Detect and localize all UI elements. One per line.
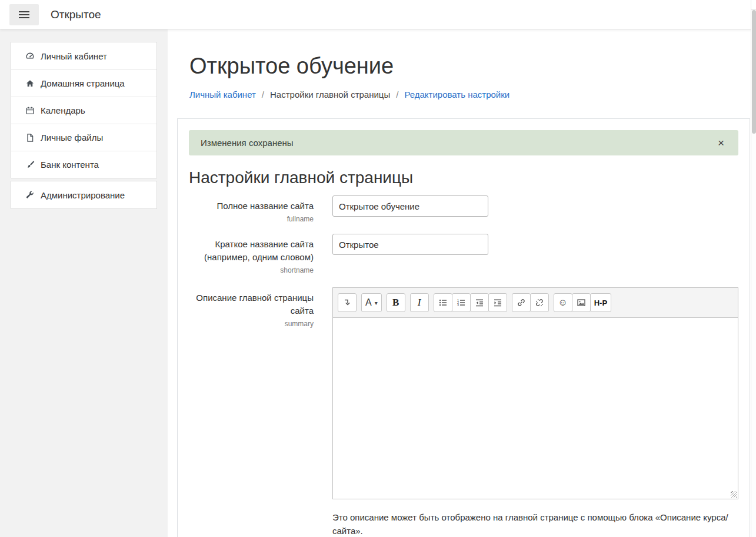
sidebar-item-home[interactable]: Домашняя страница [11,69,156,97]
breadcrumb: Личный кабинет / Настройки главной стран… [189,90,756,100]
summary-help-text: Это описание может быть отображено на гл… [332,511,738,537]
sidebar-item-label: Календарь [41,105,85,115]
nav-group-admin: Администрирование [11,181,157,209]
fullname-row: Полное название сайта fullname [189,195,738,224]
unordered-list-icon [438,298,448,307]
file-icon [25,133,35,142]
page-title: Открытое обучение [189,53,756,79]
breadcrumb-dashboard-link[interactable]: Личный кабинет [189,90,256,100]
outdent-icon [475,298,484,307]
toolbar-outdent-button[interactable] [470,293,489,312]
success-alert: Изменения сохранены × [189,130,738,155]
sidebar-item-content-bank[interactable]: Банк контента [11,151,156,178]
toolbar-indent-button[interactable] [488,293,507,312]
chevron-down-icon: ▾ [375,300,378,306]
top-navbar: Открытое [0,0,756,29]
summary-row: Описание главной страницы сайта summary [189,287,738,537]
toolbar-unlink-button[interactable] [530,293,549,312]
font-icon: A [365,297,372,308]
calendar-icon [25,106,35,115]
shortname-row: Краткое название сайта (например, одним … [189,234,738,276]
toolbar-font-button[interactable]: A ▾ [361,293,382,312]
breadcrumb-separator: / [396,90,398,100]
toolbar-emoticon-button[interactable]: ☺ [554,293,572,312]
fullname-label: Полное название сайта fullname [189,195,314,224]
toolbar-h5p-button[interactable]: H-P [590,293,611,312]
toolbar-link-button[interactable] [512,293,531,312]
breadcrumb-separator: / [262,90,264,100]
ordered-list-icon: 123 [457,298,466,307]
collapse-arrow-icon [342,298,352,307]
brush-icon [25,160,35,170]
scrollbar-up-button[interactable] [751,0,756,10]
sidebar-item-dashboard[interactable]: Личный кабинет [11,42,156,69]
alert-text: Изменения сохранены [201,138,294,148]
toolbar-bold-button[interactable]: B [387,293,405,312]
breadcrumb-edit-settings-link[interactable]: Редактировать настройки [404,90,509,100]
hamburger-menu-button[interactable] [9,4,39,25]
main-region: Открытое обучение Личный кабинет / Настр… [168,29,756,537]
sidebar-item-calendar[interactable]: Календарь [11,97,156,124]
image-icon [577,298,586,307]
scrollbar-thumb[interactable] [752,10,756,134]
content-card: Изменения сохранены × Настройки главной … [177,118,750,537]
breadcrumb-frontpage-settings: Настройки главной страницы [270,90,390,100]
fullname-input[interactable] [332,195,488,217]
page-header: Открытое обучение Личный кабинет / Настр… [168,29,756,100]
nav-group-main: Личный кабинет Домашняя страница Календа… [11,42,157,178]
sidebar-item-private-files[interactable]: Личные файлы [11,124,156,151]
toolbar-image-button[interactable] [572,293,591,312]
sidebar-item-label: Администрирование [41,190,125,200]
editor-resize-handle[interactable] [731,491,737,498]
toolbar-ordered-list-button[interactable]: 123 [452,293,471,312]
shortname-code: shortname [189,266,314,276]
indent-icon [493,298,502,307]
alert-close-button[interactable]: × [718,137,724,148]
summary-label: Описание главной страницы сайта summary [189,287,314,537]
section-heading: Настройки главной страницы [189,168,738,187]
toolbar-italic-button[interactable]: I [410,293,429,312]
sidebar-item-label: Личный кабинет [41,51,107,61]
atto-editor: A ▾ B I [332,287,738,499]
hamburger-icon [19,11,29,12]
toolbar-collapse-button[interactable] [338,293,357,312]
emoticon-icon: ☺ [558,297,568,308]
summary-code: summary [189,319,314,329]
wrench-icon [25,190,35,200]
nav-drawer: Личный кабинет Домашняя страница Календа… [0,29,168,537]
sidebar-item-label: Домашняя страница [41,78,125,88]
home-icon [25,79,35,88]
toolbar-unordered-list-button[interactable] [434,293,452,312]
unlink-icon [535,298,544,307]
link-icon [517,298,526,307]
shortname-input[interactable] [332,234,488,255]
sidebar-item-label: Личные файлы [41,132,103,142]
editor-toolbar: A ▾ B I [333,288,738,318]
site-name[interactable]: Открытое [51,8,101,21]
svg-text:3: 3 [457,303,459,307]
vertical-scrollbar[interactable] [751,0,756,537]
dashboard-icon [25,51,35,61]
fullname-code: fullname [189,214,314,224]
sidebar-item-label: Банк контента [41,160,99,170]
editor-content-area[interactable] [333,318,738,499]
shortname-label: Краткое название сайта (например, одним … [189,234,314,276]
sidebar-item-administration[interactable]: Администрирование [11,181,156,208]
